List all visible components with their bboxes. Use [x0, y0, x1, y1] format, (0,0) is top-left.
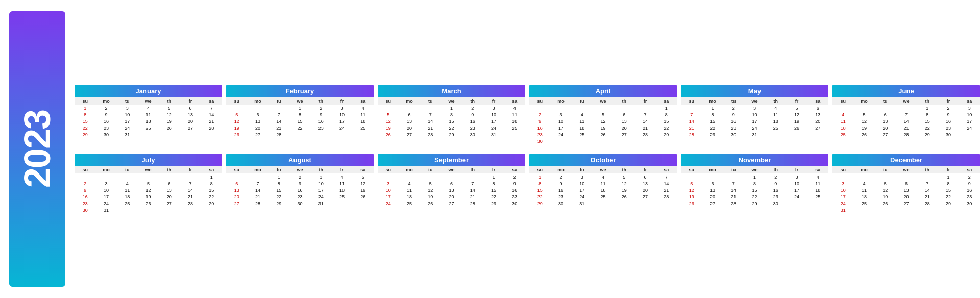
day-cell-january-30: 30: [95, 131, 116, 138]
day-cell-april-27: 27: [614, 131, 634, 138]
day-cell-april-29: 29: [656, 131, 677, 138]
day-header-we: we: [441, 97, 462, 105]
day-cell-october-14: 14: [656, 180, 677, 187]
day-cell-may-15: 15: [702, 118, 723, 125]
month-block-july: Julysumotuwethfrsa1234567891011121314151…: [75, 154, 222, 213]
day-cell-february-17: 17: [331, 118, 352, 125]
empty-day-cell: [593, 105, 614, 111]
day-header-tu: tu: [723, 97, 744, 105]
day-cell-november-3: 3: [786, 173, 807, 180]
day-cell-november-4: 4: [807, 173, 828, 180]
day-cell-may-22: 22: [702, 125, 723, 131]
year-text: 2023: [16, 110, 58, 188]
day-cell-october-22: 22: [529, 193, 550, 200]
day-cell-december-30: 30: [959, 200, 980, 207]
day-cell-march-4: 4: [504, 105, 525, 111]
day-cell-august-11: 11: [331, 180, 352, 187]
day-header-th: th: [765, 97, 786, 105]
day-cell-april-21: 21: [634, 125, 655, 131]
day-cell-may-13: 13: [807, 111, 828, 118]
day-cell-december-19: 19: [875, 193, 896, 200]
empty-day-cell: [95, 173, 116, 180]
day-cell-september-5: 5: [420, 180, 441, 187]
day-cell-september-20: 20: [441, 193, 462, 200]
empty-day-cell: [399, 105, 420, 111]
day-header-sa: sa: [353, 166, 374, 173]
day-cell-january-31: 31: [117, 131, 138, 138]
day-cell-june-16: 16: [938, 118, 959, 125]
empty-day-cell-end: [593, 138, 614, 144]
day-cell-june-5: 5: [853, 111, 874, 118]
day-cell-august-21: 21: [247, 193, 268, 200]
day-cell-april-30: 30: [529, 138, 550, 144]
day-header-th: th: [310, 97, 331, 105]
month-header-february: February: [226, 85, 374, 97]
day-header-we: we: [289, 97, 310, 105]
day-header-mo: mo: [853, 166, 874, 173]
day-header-tu: tu: [117, 97, 138, 105]
day-cell-november-22: 22: [744, 193, 765, 200]
day-header-fr: fr: [180, 97, 201, 105]
day-cell-january-19: 19: [159, 118, 180, 125]
day-cell-december-12: 12: [875, 187, 896, 193]
day-cell-december-25: 25: [853, 200, 874, 207]
day-cell-september-4: 4: [399, 180, 420, 187]
day-cell-april-16: 16: [529, 125, 550, 131]
day-cell-march-12: 12: [378, 118, 399, 125]
day-header-tu: tu: [875, 97, 896, 105]
month-header-september: September: [378, 154, 525, 166]
day-cell-november-8: 8: [744, 180, 765, 187]
day-cell-february-22: 22: [289, 125, 310, 131]
day-cell-august-17: 17: [310, 187, 331, 193]
day-cell-february-14: 14: [268, 118, 289, 125]
day-cell-february-24: 24: [331, 125, 352, 131]
month-header-january: January: [75, 85, 222, 97]
day-cell-february-19: 19: [226, 125, 247, 131]
month-block-march: Marchsumotuwethfrsa123456789101112131415…: [378, 85, 525, 144]
empty-day-cell-end: [353, 131, 374, 138]
day-cell-june-4: 4: [832, 111, 853, 118]
day-cell-march-9: 9: [462, 111, 483, 118]
day-cell-march-14: 14: [420, 118, 441, 125]
day-cell-march-30: 30: [462, 131, 483, 138]
day-cell-january-6: 6: [180, 105, 201, 111]
day-cell-april-26: 26: [593, 131, 614, 138]
day-cell-june-15: 15: [917, 118, 938, 125]
day-cell-april-19: 19: [593, 125, 614, 131]
day-cell-september-30: 30: [504, 200, 525, 207]
day-cell-april-9: 9: [529, 118, 550, 125]
empty-day-cell-end: [353, 200, 374, 207]
day-cell-july-7: 7: [180, 180, 201, 187]
day-cell-february-7: 7: [268, 111, 289, 118]
day-cell-may-24: 24: [744, 125, 765, 131]
day-cell-december-1: 1: [938, 173, 959, 180]
day-cell-september-21: 21: [462, 193, 483, 200]
day-cell-january-13: 13: [180, 111, 201, 118]
day-cell-july-5: 5: [138, 180, 159, 187]
empty-day-cell: [529, 105, 550, 111]
day-cell-june-9: 9: [938, 111, 959, 118]
year-banner: 2023: [9, 11, 65, 287]
empty-day-cell-end: [331, 200, 352, 207]
day-cell-november-15: 15: [744, 187, 765, 193]
day-cell-august-5: 5: [353, 173, 374, 180]
day-cell-november-30: 30: [765, 200, 786, 207]
day-header-fr: fr: [180, 166, 201, 173]
day-header-fr: fr: [786, 97, 807, 105]
day-header-tu: tu: [268, 166, 289, 173]
day-cell-july-10: 10: [95, 187, 116, 193]
empty-day-cell-end: [896, 207, 917, 213]
day-cell-february-4: 4: [353, 105, 374, 111]
day-cell-january-4: 4: [138, 105, 159, 111]
day-cell-june-11: 11: [832, 118, 853, 125]
empty-day-cell: [226, 105, 247, 111]
day-cell-february-28: 28: [268, 131, 289, 138]
day-header-th: th: [614, 166, 634, 173]
day-cell-july-9: 9: [75, 187, 95, 193]
day-cell-january-27: 27: [180, 125, 201, 131]
day-cell-september-27: 27: [441, 200, 462, 207]
day-header-sa: sa: [656, 97, 677, 105]
month-header-april: April: [529, 85, 677, 97]
empty-day-cell: [723, 173, 744, 180]
day-cell-march-16: 16: [462, 118, 483, 125]
